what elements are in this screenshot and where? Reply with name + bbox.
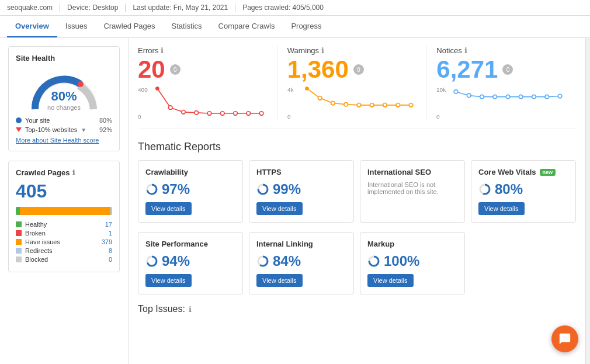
redirects-sq [16, 248, 22, 254]
right-panel: Errors ℹ 20 0 400 0 [129, 38, 585, 364]
tab-overview[interactable]: Overview [7, 16, 57, 37]
broken-count: 1 [109, 230, 112, 237]
legend-have-issues: Have issues 379 [16, 238, 112, 245]
tab-statistics[interactable]: Statistics [164, 16, 210, 37]
site-perf-donut [145, 255, 158, 268]
svg-point-30 [519, 95, 523, 99]
reports-grid-bottom: Site Performance 94% View details Inte [138, 232, 576, 294]
svg-point-20 [383, 103, 387, 108]
errors-block: Errors ℹ 20 0 400 0 [138, 46, 277, 120]
tab-progress[interactable]: Progress [283, 16, 329, 37]
site-perf-title: Site Performance [145, 240, 235, 248]
report-https: HTTPS 99% View details [249, 160, 354, 223]
crawled-pages-card: Crawled Pages ℹ 405 Healthy 17 [8, 161, 120, 272]
site-health-title: Site Health [16, 54, 112, 63]
top10-icon [16, 127, 22, 132]
svg-point-7 [207, 112, 211, 116]
errors-label: Errors ℹ [138, 46, 268, 55]
svg-point-8 [220, 112, 224, 116]
report-core-web-vitals: Core Web Vitals new 80% View details [471, 160, 576, 223]
chat-button[interactable] [551, 325, 578, 352]
healthy-sq [16, 221, 22, 227]
warnings-label: Warnings ℹ [287, 46, 418, 55]
https-view-details[interactable]: View details [256, 202, 303, 215]
top10-val: 92% [99, 126, 112, 133]
redirects-count: 8 [109, 247, 112, 254]
errors-svg: 400 0 [138, 85, 268, 120]
more-about-site-health-link[interactable]: More about Site Health score [16, 137, 112, 144]
legend-top10: Top-10% websites ▼ 92% [16, 126, 112, 133]
svg-point-4 [168, 106, 172, 110]
cwv-view-details[interactable]: View details [478, 202, 525, 215]
svg-point-10 [247, 112, 251, 116]
cwv-donut [478, 183, 491, 196]
bar-healthy [16, 207, 20, 215]
notices-info-icon: ℹ [464, 46, 467, 55]
tab-compare-crawls[interactable]: Compare Crawls [210, 16, 283, 37]
new-badge: new [540, 169, 556, 176]
svg-text:10k: 10k [436, 86, 446, 93]
cwv-percent: 80% [478, 181, 568, 197]
top10-chevron: ▼ [81, 127, 86, 133]
markup-donut [367, 255, 380, 268]
legend-your-site: Your site 80% [16, 117, 112, 124]
report-international-seo: International SEO International SEO is n… [360, 160, 465, 223]
crawlability-view-details[interactable]: View details [145, 202, 192, 215]
svg-point-16 [331, 101, 335, 105]
svg-point-3 [155, 86, 159, 91]
report-crawlability: Crawlability 97% View details [138, 160, 243, 223]
redirects-label: Redirects [25, 247, 52, 254]
reports-grid-top: Crawlability 97% View details HTTPS [138, 160, 576, 223]
internal-linking-title: Internal Linking [256, 240, 346, 248]
last-update: Last update: Fri, May 21, 2021 [133, 4, 235, 12]
markup-view-details[interactable]: View details [367, 274, 414, 287]
warnings-chart: 4k 0 [287, 85, 418, 120]
crawled-legend: Healthy 17 Broken 1 Have issues [16, 221, 112, 263]
your-site-dot [16, 117, 22, 123]
broken-sq [16, 230, 22, 236]
top-issues-info-icon: ℹ [189, 305, 192, 314]
notices-chart: 10k 0 [436, 85, 567, 120]
notices-value-row: 6,271 0 [436, 57, 567, 82]
site-health-legend: Your site 80% Top-10% websites ▼ 92% [16, 117, 112, 133]
markup-title: Markup [367, 240, 457, 248]
issues-sq [16, 239, 22, 245]
https-title: HTTPS [256, 168, 346, 176]
site-perf-view-details[interactable]: View details [145, 274, 192, 287]
gauge-text: 80% no changes [47, 89, 81, 111]
thematic-reports-section: Thematic Reports Crawlability 97% View [138, 141, 576, 294]
svg-point-0 [78, 81, 84, 87]
warnings-number: 1,360 [287, 57, 349, 82]
crawlability-percent: 97% [145, 181, 235, 197]
svg-point-19 [370, 103, 374, 108]
thematic-title: Thematic Reports [138, 141, 576, 153]
bar-issues [20, 207, 110, 215]
scrollbar[interactable] [585, 38, 590, 364]
svg-point-17 [344, 102, 348, 106]
site-health-card: Site Health 80% no changes [8, 46, 120, 151]
https-donut [256, 183, 269, 196]
legend-redirects: Redirects 8 [16, 247, 112, 254]
svg-text:4k: 4k [287, 86, 294, 93]
healthy-count: 17 [105, 221, 112, 228]
report-internal-linking: Internal Linking 84% View details [249, 232, 354, 294]
notices-label: Notices ℹ [436, 46, 567, 55]
markup-percent: 100% [367, 253, 457, 269]
errors-value-row: 20 0 [138, 57, 268, 82]
warnings-value-row: 1,360 0 [287, 57, 418, 82]
svg-point-32 [545, 95, 549, 99]
svg-point-27 [480, 95, 484, 99]
warnings-badge: 0 [353, 64, 364, 75]
svg-text:0: 0 [287, 113, 291, 120]
tab-issues[interactable]: Issues [57, 16, 96, 37]
your-site-label: Your site [25, 117, 50, 124]
blocked-count: 0 [109, 256, 112, 263]
report-site-performance: Site Performance 94% View details [138, 232, 243, 294]
legend-broken: Broken 1 [16, 230, 112, 237]
svg-point-25 [454, 90, 458, 94]
internal-linking-view-details[interactable]: View details [256, 274, 303, 287]
tab-crawled-pages[interactable]: Crawled Pages [95, 16, 163, 37]
svg-point-26 [467, 93, 471, 98]
svg-point-11 [259, 112, 263, 116]
svg-point-33 [558, 94, 563, 98]
